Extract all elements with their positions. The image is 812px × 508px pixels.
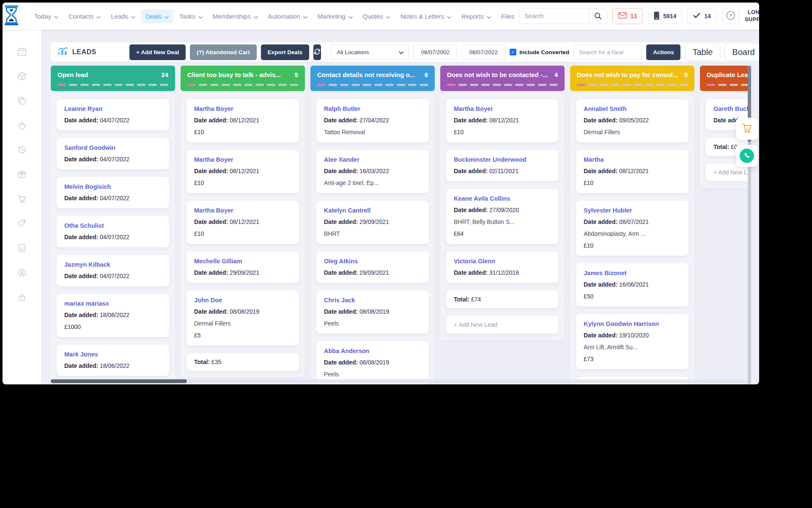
lead-card[interactable]: Sylvester HublerDate added: 08/07/2021Ab… [576, 201, 689, 256]
lead-card[interactable]: Leanne RyanDate added: 04/07/2022 [57, 99, 169, 130]
floating-whatsapp-button[interactable] [736, 145, 758, 167]
lead-name-link[interactable]: Melvin Bogisich [64, 183, 162, 190]
lead-name-link[interactable]: Otha Schulist [64, 222, 162, 229]
lead-card[interactable]: Katelyn CantrellDate added: 29/09/2021BH… [316, 201, 429, 244]
lead-card[interactable]: Melvin BogisichDate added: 04/07/2022 [57, 177, 169, 208]
vertical-scrollbar[interactable] [748, 66, 751, 384]
date-to-input[interactable]: 08/07/2022 [461, 44, 505, 60]
nav-item-today[interactable]: Today [30, 9, 63, 23]
tasks-badge[interactable]: 14 [687, 8, 717, 24]
nav-item-files[interactable]: Files [497, 9, 519, 23]
lead-card[interactable]: Martha BoyerDate added: 08/12/2021£10 [187, 99, 299, 142]
lead-name-link[interactable]: Ralph Butler [324, 105, 421, 113]
lead-card[interactable]: Buckminster UnderwoodDate added: 02/11/2… [446, 150, 559, 181]
sidebar-item-history[interactable] [17, 146, 27, 156]
phone-badge[interactable]: 5914 [648, 8, 682, 24]
abandoned-cart-button[interactable]: (?) Abandoned Cart [190, 44, 257, 60]
sidebar-item-package[interactable] [17, 72, 27, 82]
lead-name-link[interactable]: Martha Boyer [194, 156, 291, 163]
sidebar-item-tag[interactable] [17, 219, 27, 229]
board-view-button[interactable]: Board [724, 43, 759, 61]
lead-name-link[interactable]: Mechelle Gilliam [194, 257, 291, 265]
sidebar-item-cart[interactable] [17, 195, 27, 205]
lead-card[interactable]: Jazmyn KilbackDate added: 04/07/2022 [57, 255, 169, 286]
lead-name-link[interactable]: mariax mariasx [64, 300, 162, 307]
lead-name-link[interactable]: Martha Boyer [454, 105, 551, 113]
lead-card[interactable]: Oleg AtkinsDate added: 29/09/2021 [316, 251, 429, 283]
lead-name-link[interactable]: Sylvester Hubler [584, 207, 681, 214]
lead-card[interactable]: Abba AndersonDate added: 08/08/2019Peels [316, 341, 429, 384]
lead-card[interactable]: Mark JonesDate added: 18/06/2022 [57, 345, 169, 376]
lead-name-link[interactable]: Sanford Goodwin [64, 144, 162, 152]
lead-card[interactable]: Annabel SmithDate added: 09/05/2022Derma… [576, 99, 689, 142]
add-new-deal-button[interactable]: + Add New Deal [129, 44, 186, 60]
lead-card[interactable]: John DoeDate added: 08/08/2019Dermal Fil… [187, 290, 299, 345]
lead-card[interactable]: Chris JackDate added: 08/08/2019Peels [316, 290, 429, 334]
lead-card[interactable]: James BizonetDate added: 16/06/2021£50 [576, 263, 689, 306]
nav-item-contacts[interactable]: Contacts [64, 9, 105, 23]
help-button[interactable]: ? [722, 8, 740, 24]
lead-name-link[interactable]: James Bizonet [584, 269, 681, 277]
lead-name-link[interactable]: Chris Jack [324, 296, 421, 304]
lead-card[interactable]: Martha BoyerDate added: 08/12/2021£10 [187, 150, 299, 193]
lead-card[interactable]: MarthaDate added: 08/12/2021£10 [576, 150, 689, 193]
actions-button[interactable]: Actions [646, 44, 681, 60]
sidebar-item-gift[interactable] [17, 170, 27, 180]
nav-item-automation[interactable]: Automation [263, 9, 312, 23]
refresh-button[interactable] [313, 44, 321, 60]
lead-card[interactable]: Keane Avila CollinsDate added: 27/09/202… [446, 189, 559, 244]
lead-name-link[interactable]: Martha Boyer [194, 105, 291, 113]
date-from-input[interactable]: 08/07/2002 [413, 44, 457, 60]
sidebar-item-calendar[interactable]: 12 [17, 47, 27, 58]
lead-name-link[interactable]: Annabel Smith [584, 105, 681, 113]
lead-name-link[interactable]: Gareth Buck [713, 105, 748, 113]
nav-item-tasks[interactable]: Tasks [174, 9, 207, 23]
nav-item-deals[interactable]: Deals [141, 9, 173, 23]
location-filter-select[interactable]: All Locations [331, 44, 409, 60]
mail-badge[interactable]: 13 [612, 8, 643, 24]
lead-name-link[interactable]: Keane Avila Collins [454, 195, 551, 202]
lead-name-link[interactable]: John Doe [194, 296, 291, 304]
lead-name-link[interactable]: Martha Boyer [194, 207, 291, 214]
lead-name-link[interactable]: Victoria Glenn [454, 257, 551, 265]
nav-item-reports[interactable]: Reports [457, 9, 496, 23]
floating-cart-button[interactable] [736, 118, 758, 140]
export-deals-button[interactable]: Export Deals [261, 44, 310, 60]
lead-name-link[interactable]: Buckminster Underwood [454, 156, 551, 163]
nav-item-marketing[interactable]: Marketing [313, 9, 357, 23]
nav-item-memberships[interactable]: Memberships [208, 9, 263, 23]
horizontal-scrollbar[interactable] [51, 379, 748, 383]
sidebar-item-basket[interactable] [17, 121, 27, 131]
sidebar-item-report[interactable] [17, 244, 27, 254]
lead-name-link[interactable]: Kylynn Goodwin Harrison [584, 320, 681, 328]
lead-card[interactable]: Sanford GoodwinDate added: 04/07/2022 [57, 138, 169, 169]
search-input[interactable] [520, 13, 589, 19]
table-view-button[interactable]: Table [685, 43, 720, 61]
lead-card[interactable]: Otha SchulistDate added: 04/07/2022 [57, 216, 169, 247]
add-new-lead-button[interactable]: + Add New Lead [446, 316, 559, 334]
nav-item-quotes[interactable]: Quotes [358, 9, 395, 23]
lead-card[interactable]: Martha BoyerDate added: 08/12/2021£10 [446, 99, 559, 142]
lead-card[interactable]: mariax mariasxDate added: 18/06/2022£100… [57, 294, 169, 337]
lead-name-link[interactable]: Alee Xander [324, 156, 421, 163]
lead-card[interactable]: Kylynn Goodwin HarrisonDate added: 19/10… [576, 314, 689, 369]
nav-item-notes-letters[interactable]: Notes & Letters [396, 9, 456, 23]
lead-name-link[interactable]: Abba Anderson [324, 347, 421, 355]
sidebar-item-account[interactable] [17, 268, 27, 279]
search-icon[interactable] [589, 8, 607, 24]
lead-name-link[interactable]: Oleg Atkins [324, 257, 421, 265]
lead-card[interactable]: Victoria GlennDate added: 31/12/2018 [446, 251, 559, 283]
lead-name-link[interactable]: Martha [584, 156, 681, 163]
lead-name-link[interactable]: Leanne Ryan [64, 105, 162, 113]
nav-item-leads[interactable]: Leads [106, 9, 140, 23]
lead-card[interactable]: Mechelle GilliamDate added: 29/09/2021 [187, 251, 299, 283]
lead-card[interactable]: Ralph ButlerDate added: 27/04/2022Tattoo… [316, 99, 429, 142]
lead-card[interactable]: Alee XanderDate added: 16/03/2022Anti-ag… [316, 150, 429, 193]
sidebar-item-lock[interactable] [17, 293, 27, 303]
lead-name-link[interactable]: Katelyn Cantrell [324, 207, 421, 214]
lead-name-link[interactable]: Jazmyn Kilback [64, 261, 162, 268]
sidebar-item-copy[interactable] [17, 97, 27, 107]
include-converted-checkbox[interactable]: ✓ Include Converted [510, 49, 569, 55]
lead-name-link[interactable]: Mark Jones [64, 351, 162, 358]
horizontal-scrollbar-thumb[interactable] [51, 379, 187, 383]
